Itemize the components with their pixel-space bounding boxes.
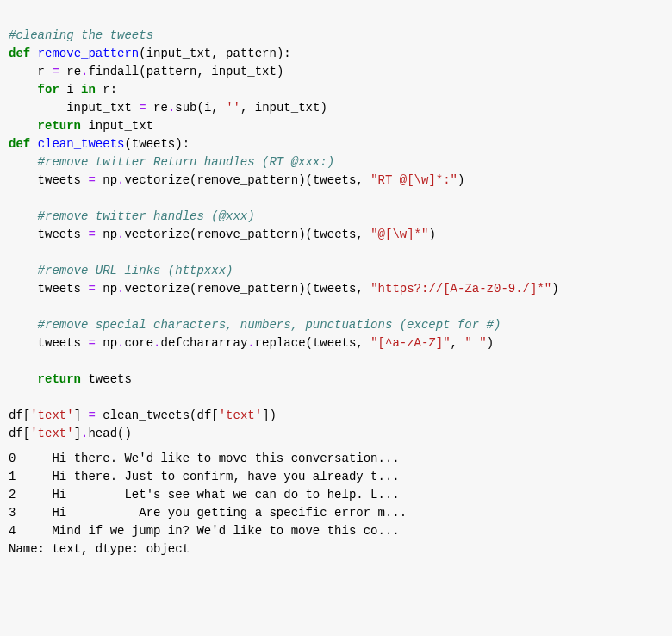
output-block: 0 Hi there. We'd like to move this conve… [9, 450, 663, 558]
call-findall: findall [88, 65, 139, 78]
comment-handles: #remove twitter handles (@xxx) [38, 209, 255, 223]
out-row: 3 Hi Are you getting a specific error m.… [9, 506, 407, 520]
fn-clean-tweets: clean_tweets [38, 137, 125, 151]
param-pattern: pattern [226, 47, 277, 60]
comment-special: #remove special characters, numbers, pun… [38, 318, 501, 332]
kw-return: return [38, 119, 81, 133]
out-row: 2 Hi Let's see what we can do to help. L… [9, 488, 400, 502]
comment-clean: #cleaning the tweets [9, 28, 153, 42]
out-row: 4 Mind if we jump in? We'd like to move … [9, 524, 400, 538]
param-input-txt: input_txt [146, 47, 212, 60]
out-row: 0 Hi there. We'd like to move this conve… [9, 452, 400, 465]
kw-for: for [38, 83, 59, 97]
out-row: 1 Hi there. Just to confirm, have you al… [9, 470, 400, 483]
kw-def2: def [9, 137, 30, 151]
kw-in: in [81, 83, 96, 97]
str-rt-pattern: "RT @[\w]*:" [370, 173, 457, 187]
call-sub: sub [175, 101, 196, 115]
str-handle-pattern: "@[\w]*" [370, 228, 428, 241]
mod-re: re [66, 65, 81, 78]
code-block: #cleaning the tweets def remove_pattern(… [9, 9, 663, 443]
call-head: head [88, 427, 117, 440]
comment-rt: #remove twitter Return handles (RT @xxx:… [38, 155, 334, 169]
str-regex: "[^a-zA-Z]" [370, 336, 450, 350]
op-eq: = [52, 65, 59, 78]
str-url-pattern: "https?://[A-Za-z0-9./]*" [370, 282, 551, 296]
out-footer: Name: text, dtype: object [9, 542, 190, 556]
kw-def: def [9, 47, 30, 60]
comment-url: #remove URL links (httpxxx) [38, 264, 233, 277]
fn-remove-pattern: remove_pattern [38, 47, 140, 60]
var-r: r [38, 65, 45, 78]
